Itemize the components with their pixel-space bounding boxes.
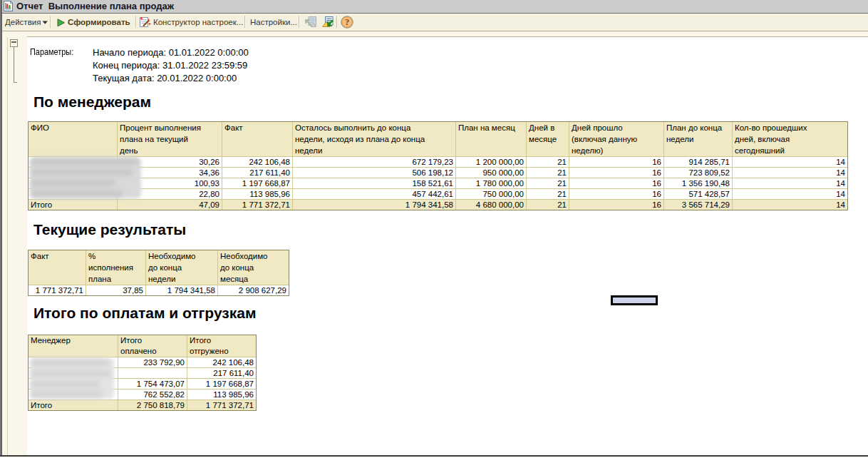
svg-text:?: ? [345, 17, 349, 27]
